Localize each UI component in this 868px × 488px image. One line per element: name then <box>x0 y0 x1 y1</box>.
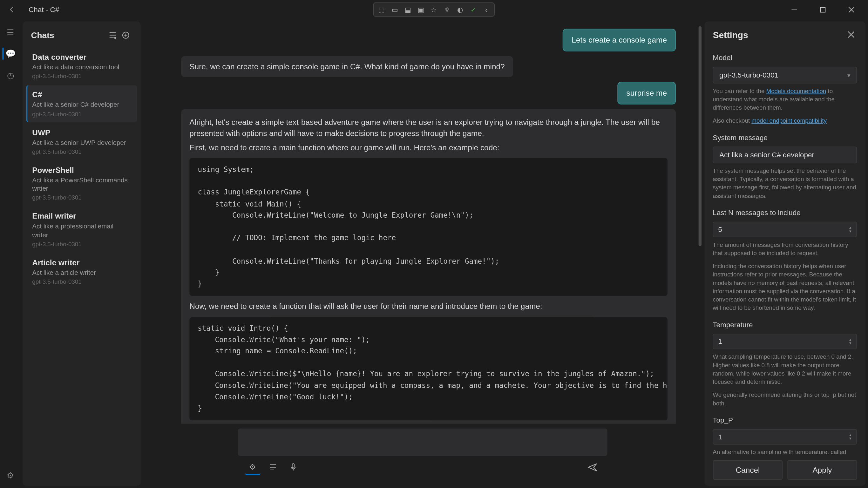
lastn-help1: The amount of messages from conversation… <box>713 241 857 258</box>
code-block[interactable]: static void Intro() { Console.Write("Wha… <box>190 317 668 420</box>
sysmsg-input[interactable]: Act like a senior C# developer <box>713 147 857 163</box>
minimize-button[interactable] <box>782 1 806 18</box>
chat-item-model: gpt-3.5-turbo-0301 <box>32 73 131 80</box>
chat-item-subtitle: Act like a senior UWP developer <box>32 138 131 147</box>
cancel-button[interactable]: Cancel <box>713 460 782 480</box>
tool-icon[interactable]: ◐ <box>454 4 467 15</box>
chat-item-title: UWP <box>32 128 131 137</box>
stepper-arrows-icon[interactable]: ▴▾ <box>849 225 852 233</box>
close-icon[interactable] <box>845 29 857 41</box>
chat-list-item[interactable]: UWP Act like a senior UWP developer gpt-… <box>26 123 137 160</box>
center-toolbar: ⬚ ▭ ⬓ ▣ ☆ ⚛ ◐ ✓ ‹ <box>373 3 495 17</box>
settings-icon[interactable]: ⚙ <box>2 467 19 484</box>
menu-icon[interactable]: ☰ <box>2 24 19 41</box>
tool-icon[interactable]: ⬓ <box>401 4 414 15</box>
chat-list-item[interactable]: Article writer Act like a article writer… <box>26 253 137 290</box>
microphone-icon[interactable] <box>286 459 301 475</box>
input-settings-icon[interactable]: ⚙ <box>245 459 260 475</box>
back-button[interactable] <box>5 3 19 17</box>
tool-icon[interactable]: ▣ <box>414 4 427 15</box>
chat-item-title: Data converter <box>32 53 131 61</box>
chats-sidebar: Chats Data converter Act like a data con… <box>23 22 141 486</box>
tool-icon[interactable]: ⚛ <box>440 4 454 15</box>
user-message: surprise me <box>618 82 676 104</box>
chat-icon[interactable]: 💬 <box>2 45 19 62</box>
new-chat-icon[interactable] <box>119 29 132 41</box>
apply-button[interactable]: Apply <box>787 460 857 480</box>
assistant-text: Now, we need to create a function that w… <box>190 301 668 312</box>
chat-list-item[interactable]: PowerShell Act like a PowerShell command… <box>26 161 137 206</box>
settings-panel: Settings Model gpt-3.5-turbo-0301 ▾ You … <box>704 22 865 486</box>
model-label: Model <box>713 54 857 62</box>
assistant-message: Sure, we can create a simple console gam… <box>181 56 513 77</box>
tool-icon[interactable]: ⬚ <box>375 4 388 15</box>
activity-rail: ☰ 💬 ◷ ⚙ <box>0 19 22 488</box>
svg-point-4 <box>115 37 116 38</box>
chat-item-model: gpt-3.5-turbo-0301 <box>32 111 131 117</box>
message-input[interactable] <box>238 429 608 456</box>
title-bar: Chat - C# ⬚ ▭ ⬓ ▣ ☆ ⚛ ◐ ✓ ‹ <box>0 0 868 19</box>
model-value: gpt-3.5-turbo-0301 <box>719 71 778 79</box>
stepper-arrows-icon[interactable]: ▴▾ <box>849 433 852 441</box>
assistant-text: First, we need to create a main function… <box>190 142 668 153</box>
chat-item-model: gpt-3.5-turbo-0301 <box>32 194 131 201</box>
assistant-message: Alright, let's create a simple text-base… <box>181 109 676 424</box>
svg-rect-8 <box>292 463 294 468</box>
chat-list-item[interactable]: C# Act like a senior C# developer gpt-3.… <box>26 86 137 122</box>
temp-stepper[interactable]: 1 ▴▾ <box>713 334 857 349</box>
tool-icon[interactable]: ▭ <box>388 4 401 15</box>
settings-title: Settings <box>713 30 845 40</box>
window-title: Chat - C# <box>29 5 59 14</box>
model-help2: Also checkout model endpoint compatibili… <box>713 117 857 125</box>
tool-icon[interactable]: ☆ <box>427 4 440 15</box>
chat-item-title: Article writer <box>32 258 131 267</box>
user-message: Lets create a console game <box>563 29 676 51</box>
model-help: You can refer to the Models documentatio… <box>713 87 857 112</box>
endpoint-compat-link[interactable]: model endpoint compatibility <box>752 118 827 124</box>
chat-item-model: gpt-3.5-turbo-0301 <box>32 279 131 285</box>
chat-item-title: Email writer <box>32 212 131 221</box>
lastn-label: Last N messages to include <box>713 209 857 217</box>
stepper-arrows-icon[interactable]: ▴▾ <box>849 338 852 345</box>
models-doc-link[interactable]: Models documentation <box>766 88 826 94</box>
chat-main: Lets create a console gameSure, we can c… <box>143 22 702 486</box>
temp-help1: What sampling temperature to use, betwee… <box>713 353 857 386</box>
sysmsg-help: The system message helps set the behavio… <box>713 167 857 200</box>
chat-item-subtitle: Act like a professional email writer <box>32 222 131 239</box>
scrollbar[interactable] <box>699 26 702 426</box>
conversation-scroll[interactable]: Lets create a console gameSure, we can c… <box>143 22 702 424</box>
chat-item-title: PowerShell <box>32 165 131 175</box>
topp-label: Top_P <box>713 416 857 424</box>
temp-help2: We generally recommend altering this or … <box>713 391 857 408</box>
lastn-stepper[interactable]: 5 ▴▾ <box>713 222 857 237</box>
chat-item-subtitle: Act like a senior C# developer <box>32 100 131 109</box>
send-icon[interactable] <box>585 459 600 475</box>
topp-help1: An alternative to sampling with temperat… <box>713 448 857 454</box>
chat-list-item[interactable]: Data converter Act like a data conversio… <box>26 48 137 84</box>
tool-collapse-icon[interactable]: ‹ <box>480 4 493 15</box>
svg-rect-1 <box>820 7 825 12</box>
close-button[interactable] <box>839 1 863 18</box>
sidebar-title: Chats <box>31 30 106 40</box>
chat-list-item[interactable]: Email writer Act like a professional ema… <box>26 207 137 252</box>
maximize-button[interactable] <box>810 1 834 18</box>
tool-status-icon[interactable]: ✓ <box>467 4 480 15</box>
chat-item-subtitle: Act like a data conversion tool <box>32 63 131 71</box>
scrollbar-thumb[interactable] <box>699 26 702 246</box>
chevron-down-icon: ▾ <box>848 72 850 79</box>
chat-item-title: C# <box>32 90 131 99</box>
sysmsg-label: System message <box>713 133 857 142</box>
temp-label: Temperature <box>713 321 857 329</box>
lastn-help2: Including the conversation history helps… <box>713 262 857 312</box>
code-block[interactable]: using System; class JungleExplorerGame {… <box>190 158 668 296</box>
assistant-text: Alright, let's create a simple text-base… <box>190 116 668 139</box>
history-icon[interactable]: ◷ <box>2 67 19 84</box>
input-list-icon[interactable] <box>265 459 281 475</box>
chat-item-model: gpt-3.5-turbo-0301 <box>32 241 131 247</box>
model-select[interactable]: gpt-3.5-turbo-0301 ▾ <box>713 67 857 84</box>
chat-item-model: gpt-3.5-turbo-0301 <box>32 148 131 155</box>
filter-icon[interactable] <box>106 29 119 41</box>
chat-item-subtitle: Act like a article writer <box>32 268 131 277</box>
topp-stepper[interactable]: 1 ▴▾ <box>713 429 857 445</box>
chat-item-subtitle: Act like a PowerShell commands wrtier <box>32 176 131 193</box>
